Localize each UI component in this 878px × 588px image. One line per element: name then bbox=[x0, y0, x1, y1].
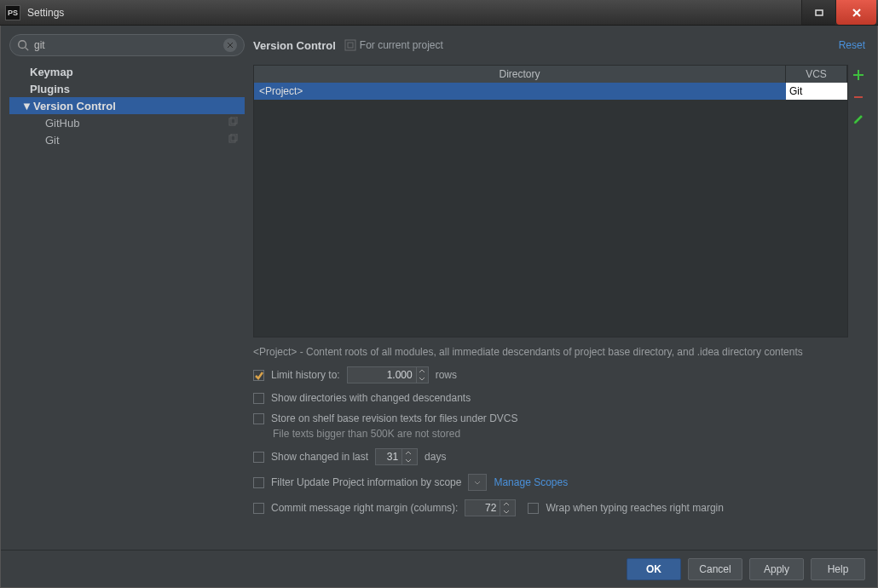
show-dirs-label: Show directories with changed descendant… bbox=[271, 392, 471, 404]
wrap-margin-label: Wrap when typing reaches right margin bbox=[546, 502, 724, 514]
svg-rect-12 bbox=[348, 43, 353, 48]
settings-tree: Keymap Plugins ▼ Version Control GitHub … bbox=[9, 63, 245, 148]
window-title: Settings bbox=[27, 7, 801, 19]
title-bar: PS Settings bbox=[0, 0, 878, 26]
tree-label: Git bbox=[45, 134, 60, 147]
remove-mapping-button[interactable] bbox=[852, 90, 865, 104]
limit-history-unit: rows bbox=[436, 369, 457, 381]
stepper-up-icon[interactable] bbox=[417, 367, 428, 375]
column-header-vcs[interactable]: VCS bbox=[786, 66, 847, 83]
close-button[interactable] bbox=[835, 0, 876, 25]
cell-vcs-select[interactable]: Git bbox=[786, 83, 847, 100]
limit-history-checkbox[interactable] bbox=[253, 370, 264, 381]
commit-margin-input[interactable] bbox=[465, 502, 500, 514]
panel-scope: For current project bbox=[360, 39, 443, 51]
svg-rect-10 bbox=[231, 134, 237, 141]
tree-item-keymap[interactable]: Keymap bbox=[9, 63, 245, 80]
apply-button[interactable]: Apply bbox=[749, 558, 804, 580]
show-changed-label-pre: Show changed in last bbox=[271, 451, 368, 463]
ok-button[interactable]: OK bbox=[627, 558, 681, 580]
commit-margin-label: Commit message right margin (columns): bbox=[271, 502, 458, 514]
tree-item-plugins[interactable]: Plugins bbox=[9, 80, 245, 97]
tree-label: Version Control bbox=[33, 100, 116, 112]
right-panel: Version Control For current project Rese… bbox=[245, 34, 869, 550]
store-shelf-hint: File texts bigger than 500K are not stor… bbox=[273, 428, 869, 440]
project-scope-icon bbox=[344, 39, 356, 51]
manage-scopes-link[interactable]: Manage Scopes bbox=[494, 476, 568, 488]
panel-header: Version Control For current project Rese… bbox=[253, 34, 869, 56]
svg-rect-11 bbox=[345, 40, 355, 50]
limit-history-input[interactable] bbox=[348, 369, 416, 381]
minimize-button[interactable] bbox=[801, 0, 835, 25]
filter-scope-checkbox[interactable] bbox=[253, 477, 264, 488]
edit-mapping-button[interactable] bbox=[852, 112, 865, 126]
svg-line-4 bbox=[26, 48, 29, 51]
stepper-up-icon[interactable] bbox=[500, 500, 511, 508]
app-icon: PS bbox=[5, 5, 20, 20]
stepper-down-icon[interactable] bbox=[417, 375, 428, 383]
stepper-up-icon[interactable] bbox=[402, 449, 413, 457]
show-changed-spinner[interactable] bbox=[375, 448, 418, 465]
store-shelf-checkbox[interactable] bbox=[253, 413, 264, 424]
reset-link[interactable]: Reset bbox=[839, 39, 865, 51]
tree-label: Keymap bbox=[30, 66, 73, 78]
svg-rect-0 bbox=[816, 10, 823, 15]
tree-item-github[interactable]: GitHub bbox=[9, 114, 245, 131]
add-mapping-button[interactable] bbox=[852, 68, 865, 82]
copy-icon bbox=[228, 134, 238, 147]
svg-rect-8 bbox=[231, 117, 237, 124]
cell-directory: <Project> bbox=[254, 83, 786, 100]
svg-rect-7 bbox=[229, 118, 235, 125]
tree-label: Plugins bbox=[30, 83, 70, 95]
panel-title: Version Control bbox=[253, 39, 336, 52]
show-changed-checkbox[interactable] bbox=[253, 452, 264, 463]
project-hint: <Project> - Content roots of all modules… bbox=[253, 346, 869, 358]
search-icon bbox=[17, 39, 29, 51]
commit-margin-checkbox[interactable] bbox=[253, 503, 264, 514]
filter-scope-label: Filter Update Project information by sco… bbox=[271, 476, 461, 488]
expand-arrow-icon: ▼ bbox=[21, 100, 30, 112]
show-dirs-checkbox[interactable] bbox=[253, 393, 264, 404]
copy-icon bbox=[228, 117, 238, 130]
search-input[interactable] bbox=[34, 39, 223, 51]
column-header-directory[interactable]: Directory bbox=[254, 66, 786, 83]
left-panel: Keymap Plugins ▼ Version Control GitHub … bbox=[9, 34, 245, 550]
vcs-mapping-table: Directory VCS <Project> Git bbox=[253, 65, 848, 337]
svg-rect-9 bbox=[229, 135, 235, 142]
show-changed-input[interactable] bbox=[376, 451, 401, 463]
limit-history-label: Limit history to: bbox=[271, 369, 340, 381]
cancel-button[interactable]: Cancel bbox=[688, 558, 742, 580]
table-row[interactable]: <Project> Git bbox=[254, 83, 847, 100]
tree-item-version-control[interactable]: ▼ Version Control bbox=[9, 97, 245, 114]
clear-search-button[interactable] bbox=[223, 38, 237, 52]
svg-point-3 bbox=[19, 41, 26, 49]
limit-history-spinner[interactable] bbox=[347, 366, 429, 383]
wrap-margin-checkbox[interactable] bbox=[528, 503, 539, 514]
stepper-down-icon[interactable] bbox=[402, 457, 413, 464]
tree-item-git[interactable]: Git bbox=[9, 131, 245, 148]
tree-label: GitHub bbox=[45, 117, 79, 130]
search-field-wrap bbox=[9, 34, 245, 56]
stepper-down-icon[interactable] bbox=[500, 508, 511, 516]
help-button[interactable]: Help bbox=[811, 558, 865, 580]
store-shelf-label: Store on shelf base revision texts for f… bbox=[271, 412, 517, 424]
show-changed-label-post: days bbox=[425, 451, 446, 463]
commit-margin-spinner[interactable] bbox=[465, 499, 516, 516]
scope-combo[interactable] bbox=[468, 474, 487, 491]
dialog-button-bar: OK Cancel Apply Help bbox=[1, 550, 877, 587]
